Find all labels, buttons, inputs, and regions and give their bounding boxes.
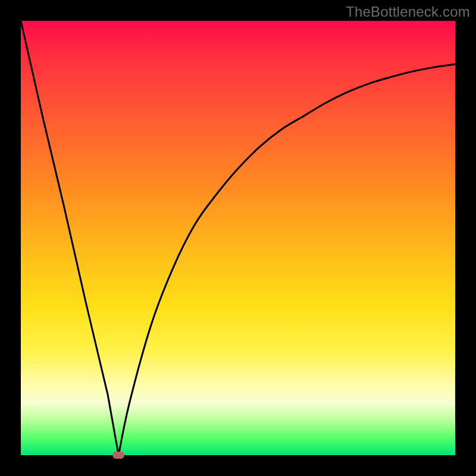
plot-area bbox=[21, 21, 455, 455]
optimal-marker bbox=[112, 452, 124, 459]
chart-frame: TheBottleneck.com bbox=[0, 0, 476, 476]
attribution-text: TheBottleneck.com bbox=[346, 4, 470, 20]
bottleneck-curve bbox=[21, 21, 455, 455]
